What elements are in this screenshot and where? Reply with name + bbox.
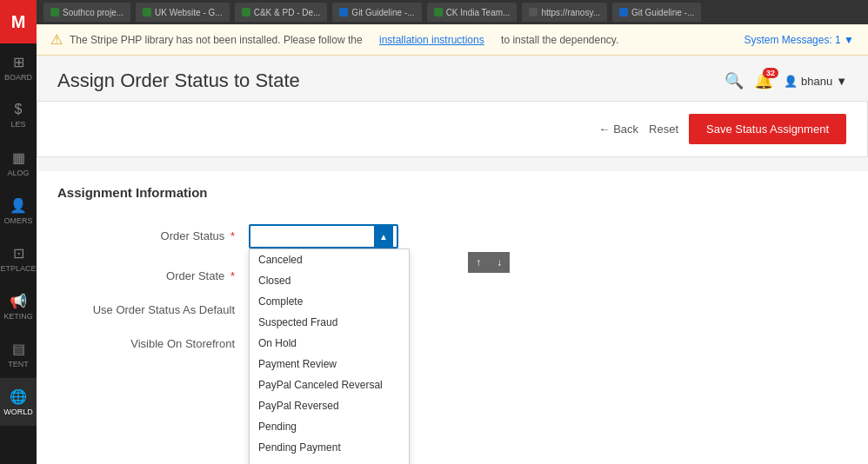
order-state-label: Order State * — [57, 264, 249, 282]
order-status-dropdown[interactable]: ▲ — [249, 224, 398, 249]
warning-icon: ⚠ — [50, 31, 63, 48]
order-status-dropdown-list: CanceledClosedCompleteSuspected FraudOn … — [249, 249, 410, 464]
sidebar-item-marketplace[interactable]: ⊡ ETPLACE — [0, 235, 37, 282]
sidebar-label-marketplace: ETPLACE — [0, 264, 36, 273]
sidebar-label-dashboard: BOARD — [4, 73, 32, 82]
tab-label-ckindia: CK India Team... — [446, 8, 511, 17]
tab-uk[interactable]: UK Website - G... — [136, 3, 230, 22]
tab-icon-git2 — [619, 8, 628, 17]
dropdown-arrow-btn[interactable]: ▲ — [374, 226, 393, 247]
dropdown-option[interactable]: Pending Payment — [250, 437, 409, 458]
dropdown-option[interactable]: On Hold — [250, 333, 409, 354]
tab-git[interactable]: Git Guideline -... — [332, 3, 421, 22]
sidebar-label-catalog: ALOG — [7, 169, 29, 177]
sales-icon: $ — [15, 102, 23, 117]
dropdown-option[interactable]: Pending PayPal — [250, 458, 409, 464]
sidebar-item-world[interactable]: 🌐 WORLD — [0, 378, 37, 426]
order-state-row: Order State * — [57, 264, 847, 282]
system-messages-text: System Messages: 1 — [744, 34, 840, 46]
sidebar-label-marketing: KETING — [3, 312, 33, 321]
page-header: Assign Order Status to State 🔍 🔔 32 👤 bh… — [37, 56, 868, 101]
dropdown-option[interactable]: Pending — [250, 416, 409, 437]
sidebar-item-catalog[interactable]: ▦ ALOG — [0, 139, 37, 187]
visible-storefront-row: Visible On Storefront — [57, 332, 847, 350]
world-icon: 🌐 — [10, 388, 27, 405]
back-button[interactable]: ← Back — [598, 123, 638, 136]
order-status-row: Order Status * ▲ CanceledClosedCompleteS… — [57, 224, 847, 249]
tab-git2[interactable]: Git Guideline -... — [612, 3, 701, 22]
tab-label-uk: UK Website - G... — [155, 8, 223, 17]
tab-https[interactable]: https://ranosy... — [522, 3, 607, 22]
visible-storefront-label: Visible On Storefront — [57, 332, 249, 350]
sidebar: M ⊞ BOARD $ LES ▦ ALOG 👤 OMERS ⊡ ETPLACE… — [0, 0, 37, 464]
tab-icon-southco — [50, 8, 59, 17]
tab-label-southco: Southco proje... — [63, 8, 124, 17]
tab-label-git2: Git Guideline -... — [631, 8, 694, 17]
tab-icon-ckpd — [242, 8, 250, 17]
order-status-label: Order Status * — [57, 224, 249, 242]
tab-label-git: Git Guideline -... — [351, 8, 414, 17]
marketplace-icon: ⊡ — [13, 245, 24, 262]
dropdown-option[interactable]: PayPal Canceled Reversal — [250, 375, 409, 395]
user-menu-button[interactable]: 👤 bhanu ▼ — [784, 75, 847, 88]
tab-southco[interactable]: Southco proje... — [43, 3, 130, 22]
notification-button[interactable]: 🔔 32 — [754, 71, 773, 90]
sidebar-item-marketing[interactable]: 📢 KETING — [0, 282, 37, 330]
search-button[interactable]: 🔍 — [724, 71, 744, 90]
required-indicator: * — [230, 229, 235, 242]
user-avatar-icon: 👤 — [784, 75, 798, 88]
dropdown-option[interactable]: Suspected Fraud — [250, 312, 409, 333]
main-area: Southco proje... UK Website - G... C&K &… — [37, 0, 868, 464]
catalog-icon: ▦ — [12, 149, 25, 166]
page-title: Assign Order Status to State — [57, 70, 300, 92]
use-default-label: Use Order Status As Default — [57, 298, 249, 316]
warning-bar: ⚠ The Stripe PHP library has not been in… — [37, 24, 868, 56]
user-dropdown-icon: ▼ — [836, 75, 847, 88]
sidebar-logo[interactable]: M — [0, 0, 37, 43]
sidebar-label-customers: OMERS — [3, 216, 32, 225]
section-title: Assignment Information — [57, 185, 847, 207]
sidebar-label-content: TENT — [8, 360, 29, 368]
form-area: Assignment Information Order Status * ▲ — [37, 171, 868, 464]
content-area: ⚠ The Stripe PHP library has not been in… — [37, 24, 868, 464]
customers-icon: 👤 — [10, 197, 27, 214]
dashboard-icon: ⊞ — [13, 54, 24, 70]
tab-label-https: https://ranosy... — [541, 8, 600, 17]
sidebar-item-dashboard[interactable]: ⊞ BOARD — [0, 43, 37, 91]
warning-left: ⚠ The Stripe PHP library has not been in… — [50, 31, 618, 48]
marketing-icon: 📢 — [10, 293, 27, 309]
action-toolbar: ← Back Reset Save Status Assignment — [37, 101, 868, 157]
reset-button[interactable]: Reset — [649, 123, 678, 136]
browser-tab-bar: Southco proje... UK Website - G... C&K &… — [37, 0, 868, 24]
dropdown-option[interactable]: Closed — [250, 270, 409, 291]
tab-ckindia[interactable]: CK India Team... — [427, 3, 517, 22]
save-button[interactable]: Save Status Assignment — [689, 114, 846, 144]
dropdown-option[interactable]: Canceled — [250, 249, 409, 270]
dropdown-option[interactable]: Complete — [250, 291, 409, 312]
header-actions: 🔍 🔔 32 👤 bhanu ▼ — [724, 71, 847, 90]
dropdown-option[interactable]: PayPal Reversed — [250, 395, 409, 416]
system-messages[interactable]: System Messages: 1 ▼ — [744, 34, 854, 46]
required-indicator-state: * — [230, 269, 235, 282]
user-name: bhanu — [801, 75, 832, 88]
warning-text-before: The Stripe PHP library has not been inst… — [70, 34, 363, 46]
content-icon: ▤ — [12, 341, 25, 357]
tab-icon-uk — [143, 8, 151, 17]
dropdown-option[interactable]: Payment Review — [250, 354, 409, 375]
installation-link[interactable]: installation instructions — [379, 34, 484, 46]
tab-ckpd[interactable]: C&K & PD - De... — [235, 3, 328, 22]
tab-label-ckpd: C&K & PD - De... — [254, 8, 321, 17]
tab-icon-https — [529, 8, 537, 17]
order-status-control: ▲ CanceledClosedCompleteSuspected FraudO… — [249, 224, 510, 249]
sidebar-item-customers[interactable]: 👤 OMERS — [0, 187, 37, 235]
system-messages-arrow: ▼ — [844, 34, 854, 46]
notification-badge: 32 — [763, 68, 778, 78]
sidebar-label-sales: LES — [10, 120, 25, 129]
back-label: Back — [613, 123, 638, 136]
use-default-row: Use Order Status As Default — [57, 298, 847, 316]
sidebar-item-sales[interactable]: $ LES — [0, 91, 37, 139]
tab-icon-git — [339, 8, 348, 17]
warning-text-after: to install the dependency. — [501, 34, 618, 46]
sidebar-item-content[interactable]: ▤ TENT — [0, 330, 37, 378]
back-arrow-icon: ← — [598, 123, 610, 136]
